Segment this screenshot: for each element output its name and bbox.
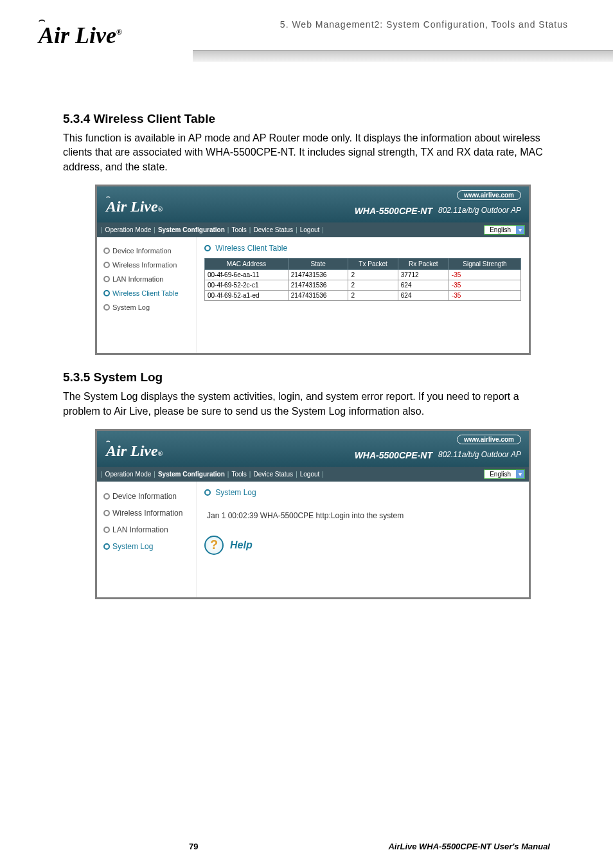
th-mac: MAC Address: [205, 258, 289, 270]
cell-mac: 00-4f-69-52-2c-c1: [205, 280, 289, 291]
sidebar-item-device-info[interactable]: Device Information: [102, 488, 191, 505]
nav-sep: |: [154, 226, 155, 233]
bullet-icon: [103, 543, 110, 550]
chevron-down-icon: ▾: [516, 470, 524, 478]
sidebar-item-wireless-info[interactable]: Wireless Information: [102, 505, 191, 521]
page-header: ⌢ Air Live® 5. Web Management2: System C…: [0, 0, 613, 71]
nav-sep: |: [322, 471, 324, 478]
client-table: MAC Address State Tx Packet Rx Packet Si…: [204, 258, 521, 301]
nav-logout[interactable]: Logout: [300, 471, 320, 478]
nav-operation-mode[interactable]: Operation Mode: [105, 471, 152, 478]
nav-device-status[interactable]: Device Status: [253, 471, 293, 478]
brand-logo: ⌢ Air Live®: [39, 14, 122, 49]
sidebar-item-lan-info[interactable]: LAN Information: [102, 272, 191, 286]
header-divider: [193, 50, 613, 62]
cell-rx: 37712: [398, 270, 449, 280]
app-header: ⌢ Air Live® www.airlive.com WHA-5500CPE-…: [97, 431, 529, 467]
cell-tx: 2: [348, 280, 398, 291]
page-number: 79: [189, 842, 198, 851]
sidebar-item-lan-info[interactable]: LAN Information: [102, 521, 191, 538]
panel-title: Wireless Client Table: [215, 244, 287, 253]
question-icon: ?: [204, 536, 224, 555]
cell-signal: -35: [449, 270, 520, 280]
app-header: ⌢ Air Live® www.airlive.com WHA-5500CPE-…: [97, 186, 529, 222]
logo-text: Air Live: [39, 23, 116, 48]
cell-signal: -35: [449, 280, 520, 291]
top-nav: | Operation Mode | System Configuration …: [97, 222, 529, 237]
nav-system-configuration[interactable]: System Configuration: [158, 471, 225, 478]
cell-rx: 624: [398, 280, 449, 291]
cell-state: 2147431536: [288, 270, 348, 280]
nav-sep: |: [101, 226, 103, 233]
bullet-icon: [103, 304, 110, 311]
url-badge[interactable]: www.airlive.com: [457, 190, 521, 200]
bullet-icon: [204, 245, 211, 251]
nav-operation-mode[interactable]: Operation Mode: [105, 226, 152, 233]
sidebar-item-system-log[interactable]: System Log: [102, 300, 191, 314]
mode-label: 802.11a/b/g Outdoor AP: [438, 206, 521, 215]
cell-tx: 2: [348, 291, 398, 301]
bullet-icon: [103, 248, 110, 254]
table-row: 00-4f-69-6e-aa-11 2147431536 2 37712 -35: [205, 270, 521, 280]
nav-tools[interactable]: Tools: [231, 471, 246, 478]
main-panel: System Log Jan 1 00:02:39 WHA-5500CPE ht…: [197, 482, 529, 597]
cell-tx: 2: [348, 270, 398, 280]
nav-sep: |: [154, 471, 155, 478]
th-signal: Signal Strength: [449, 258, 520, 270]
table-row: 00-4f-69-52-2c-c1 2147431536 2 624 -35: [205, 280, 521, 291]
nav-logout[interactable]: Logout: [300, 226, 320, 233]
bullet-icon: [103, 290, 110, 296]
nav-sep: |: [227, 471, 229, 478]
section-heading-535: 5.3.5 System Log: [63, 370, 550, 384]
nav-system-configuration[interactable]: System Configuration: [158, 226, 225, 233]
table-row: 00-4f-69-52-a1-ed 2147431536 2 624 -35: [205, 291, 521, 301]
nav-sep: |: [249, 226, 251, 233]
registered-icon: ®: [116, 28, 122, 37]
cell-mac: 00-4f-69-6e-aa-11: [205, 270, 289, 280]
cell-signal: -35: [449, 291, 520, 301]
bullet-icon: [103, 493, 110, 500]
nav-sep: |: [249, 471, 251, 478]
nav-sep: |: [227, 226, 229, 233]
bullet-icon: [103, 262, 110, 268]
sidebar: Device Information Wireless Information …: [97, 482, 197, 597]
help-label: Help: [230, 539, 253, 551]
nav-sep: |: [296, 471, 298, 478]
bullet-icon: [103, 527, 110, 533]
nav-tools[interactable]: Tools: [231, 226, 246, 233]
help-button[interactable]: ? Help: [204, 536, 253, 555]
section-heading-534: 5.3.4 Wireless Client Table: [63, 112, 550, 126]
bullet-icon: [103, 510, 110, 516]
section-para-534: This function is available in AP mode an…: [63, 131, 550, 174]
mode-label: 802.11a/b/g Outdoor AP: [438, 450, 521, 459]
nav-device-status[interactable]: Device Status: [253, 226, 293, 233]
nav-sep: |: [296, 226, 298, 233]
language-select[interactable]: English ▾: [484, 469, 525, 479]
app-logo: ⌢ Air Live®: [106, 193, 163, 215]
panel-title: System Log: [215, 488, 256, 497]
sidebar-item-wireless-client-table[interactable]: Wireless Client Table: [102, 286, 191, 300]
language-value: English: [484, 470, 516, 478]
screenshot-wireless-client-table: ⌢ Air Live® www.airlive.com WHA-5500CPE-…: [95, 185, 531, 355]
sidebar-item-device-info[interactable]: Device Information: [102, 244, 191, 258]
nav-sep: |: [101, 471, 103, 478]
table-header-row: MAC Address State Tx Packet Rx Packet Si…: [205, 258, 521, 270]
th-tx: Tx Packet: [348, 258, 398, 270]
model-label: WHA-5500CPE-NT: [355, 450, 432, 460]
sidebar-item-wireless-info[interactable]: Wireless Information: [102, 258, 191, 272]
sidebar-item-system-log[interactable]: System Log: [102, 538, 191, 555]
language-select[interactable]: English ▾: [484, 225, 525, 235]
bullet-icon: [204, 489, 211, 496]
cell-rx: 624: [398, 291, 449, 301]
url-badge[interactable]: www.airlive.com: [457, 435, 521, 444]
cell-mac: 00-4f-69-52-a1-ed: [205, 291, 289, 301]
th-rx: Rx Packet: [398, 258, 449, 270]
top-nav: | Operation Mode | System Configuration …: [97, 467, 529, 482]
chapter-title: 5. Web Management2: System Configuration…: [280, 19, 568, 30]
page-footer: 79 AirLive WHA-5500CPE-NT User's Manual: [0, 842, 613, 851]
model-label: WHA-5500CPE-NT: [355, 206, 432, 216]
nav-sep: |: [322, 226, 324, 233]
cell-state: 2147431536: [288, 280, 348, 291]
section-para-535: The System Log displays the system activ…: [63, 390, 550, 419]
main-panel: Wireless Client Table MAC Address State …: [197, 237, 529, 353]
